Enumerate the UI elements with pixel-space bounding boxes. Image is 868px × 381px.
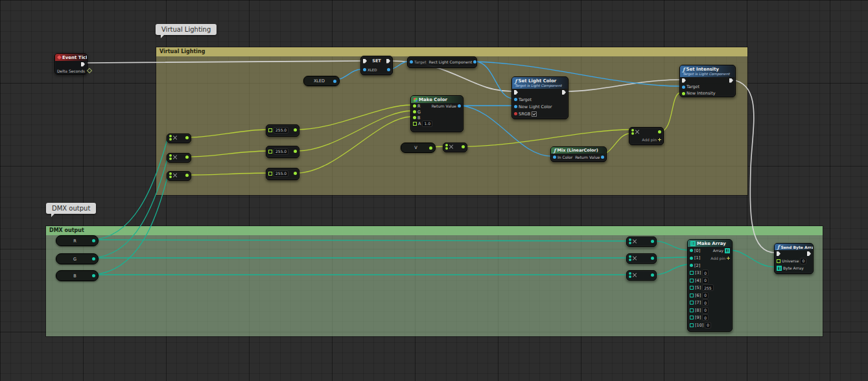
multiply-in-b-pin[interactable] (629, 275, 631, 278)
add-pin-label[interactable]: Add pin (642, 137, 657, 142)
multiply-out-pin[interactable] (185, 174, 189, 177)
multiply-in-a-pin[interactable] (169, 172, 172, 175)
multiply-in-b-pin[interactable] (629, 259, 631, 261)
add-pin-icon[interactable] (658, 138, 661, 141)
multiply-out-pin[interactable] (651, 257, 654, 260)
rect-light-out-pin[interactable] (473, 60, 476, 64)
multiply-255-node-3[interactable]: 255.0 (266, 168, 299, 180)
target-in-pin[interactable] (682, 86, 685, 89)
multiply-255-node-1[interactable]: 255.0 (266, 124, 299, 137)
multiply-in-a-pin[interactable] (629, 238, 631, 241)
array-3-field[interactable]: 0 (702, 270, 709, 276)
multiply-out-pin[interactable] (658, 130, 661, 133)
target-in-pin[interactable] (410, 60, 413, 64)
multiply-in-a-pin[interactable] (629, 272, 631, 275)
array-1-pin[interactable] (690, 257, 693, 260)
array-8-field[interactable]: 0 (702, 307, 709, 314)
multiply-in-a-pin[interactable] (445, 144, 448, 146)
return-value-pin[interactable] (458, 104, 461, 108)
xled-getter-pin[interactable] (333, 80, 336, 83)
multiply-out-pin[interactable] (462, 145, 465, 148)
array-0-pin[interactable] (690, 249, 693, 252)
add-pin-label[interactable]: Add pin (710, 256, 725, 260)
v-getter-node[interactable]: V (401, 143, 436, 153)
value-out-pin[interactable] (294, 128, 297, 132)
multiply-in-a-pin[interactable] (169, 135, 172, 137)
r-getter-node[interactable]: R (56, 235, 99, 246)
byte-array-pin[interactable] (777, 266, 782, 271)
multiply-node-1[interactable] (167, 133, 191, 143)
target-in-pin[interactable] (514, 98, 517, 101)
multiply-addpin-node[interactable]: Add pin (629, 127, 664, 145)
a-in-pin[interactable] (413, 122, 417, 126)
multiply-in-a-pin[interactable] (631, 129, 634, 132)
b-getter-pin[interactable] (92, 274, 95, 277)
array-3-pin[interactable] (690, 271, 694, 275)
make-color-node[interactable]: Make Color R Return Value G B A 1.0 (410, 95, 463, 132)
mix-return-pin[interactable] (601, 156, 604, 159)
event-tick-node[interactable]: Event Tick Delta Seconds (54, 53, 88, 75)
g-getter-pin[interactable] (92, 257, 95, 260)
b-in-pin[interactable] (413, 116, 416, 119)
send-byte-array-node[interactable]: Send Byte Array Universe 0 Byte Array (774, 243, 814, 274)
multiply-255-node-2[interactable]: 255.0 (266, 146, 299, 158)
exec-out-pin[interactable] (81, 62, 85, 67)
universe-field[interactable]: 0 (800, 258, 806, 264)
array-6-field[interactable]: 0 (702, 292, 709, 299)
exec-in-pin[interactable] (363, 59, 367, 64)
universe-pin[interactable] (777, 259, 780, 263)
r-in-pin[interactable] (413, 104, 416, 108)
a-value-field[interactable]: 1.0 (422, 121, 432, 127)
multiply-in-b-pin[interactable] (631, 132, 634, 135)
r-getter-pin[interactable] (92, 239, 95, 242)
multiply-in-b-pin[interactable] (169, 176, 172, 178)
exec-out-pin[interactable] (562, 90, 566, 95)
rect-light-component-node[interactable]: Target Rect Light Component (407, 56, 477, 68)
array-5-pin[interactable] (690, 286, 694, 290)
xled-out-pin[interactable] (387, 68, 390, 71)
array-9-pin[interactable] (690, 316, 694, 319)
xled-getter-node[interactable]: XLED (303, 76, 340, 86)
g-getter-node[interactable]: G (56, 253, 99, 264)
blueprint-canvas[interactable]: Virtual Lighting DMX output (0, 0, 868, 381)
array-2-pin[interactable] (690, 264, 693, 267)
array-6-pin[interactable] (690, 294, 694, 297)
set-light-color-node[interactable]: Set Light Color Target is Light Componen… (511, 76, 569, 119)
in-color-pin[interactable] (553, 156, 556, 159)
array-9-field[interactable]: 0 (702, 314, 709, 321)
multiply-node-2[interactable] (167, 153, 191, 163)
v-getter-pin[interactable] (429, 146, 432, 150)
dmx-multiply-node-3[interactable] (626, 270, 657, 281)
value-field[interactable]: 255.0 (274, 127, 288, 133)
value-out-pin[interactable] (294, 172, 297, 175)
multiply-node-3[interactable] (167, 171, 191, 181)
multiply-in-b-pin[interactable] (169, 157, 172, 160)
multiply-out-pin[interactable] (651, 240, 654, 243)
mix-linearcolor-node[interactable]: Mix (LinearColor) In Color Return Value (550, 146, 607, 162)
multiply-in-a-pin[interactable] (629, 255, 631, 258)
multiply-out-pin[interactable] (651, 273, 654, 277)
multiply-in-b-pin[interactable] (169, 138, 172, 141)
array-out-pin[interactable] (725, 248, 730, 253)
set-xled-node[interactable]: SET XLED (360, 56, 393, 75)
dmx-multiply-node-2[interactable] (626, 253, 657, 264)
value-out-pin[interactable] (294, 150, 297, 153)
srgb-checkbox[interactable] (532, 111, 537, 117)
multiply-out-pin[interactable] (185, 156, 189, 159)
array-4-field[interactable]: 0 (702, 277, 709, 284)
multiply-in-b-pin[interactable] (445, 147, 448, 150)
array-10-field[interactable]: 0 (705, 322, 711, 329)
array-10-pin[interactable] (690, 323, 694, 327)
dmx-multiply-node-1[interactable] (626, 237, 657, 247)
add-pin-icon[interactable] (727, 257, 730, 260)
exec-out-pin[interactable] (807, 251, 811, 256)
b-getter-node[interactable]: B (56, 270, 99, 281)
array-7-field[interactable]: 0 (702, 299, 709, 306)
multiply-node-mid[interactable] (443, 143, 467, 152)
multiply-in-a-pin[interactable] (169, 154, 172, 157)
array-5-field[interactable]: 255 (702, 284, 713, 291)
make-array-node[interactable]: Make Array [0] Array [1] Add pin [2] [3]… (687, 239, 733, 332)
value-field[interactable]: 255.0 (274, 148, 288, 155)
exec-out-pin[interactable] (729, 78, 733, 83)
value-in-pin[interactable] (268, 172, 272, 176)
